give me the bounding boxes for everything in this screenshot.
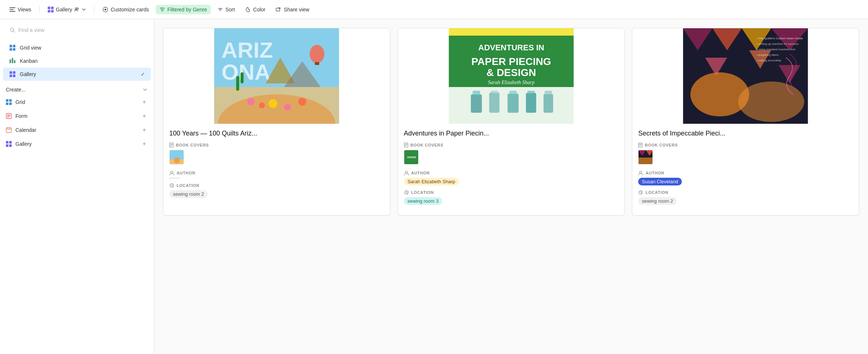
book-cover-thumb-1: PAPER [404,150,419,165]
svg-rect-10 [10,45,12,47]
svg-point-40 [268,99,277,108]
card-title-0: 100 Years — 100 Quilts Ariz... [169,130,384,137]
card-cover-image-1: ADVENTURES IN PAPER PIECING & DESIGN Sar… [398,28,625,124]
gallery-sidebar-icon [9,71,16,78]
svg-rect-30 [9,144,12,147]
toolbar-divider-2 [94,6,94,13]
svg-rect-16 [14,60,15,63]
create-label: Create... [6,87,26,93]
svg-point-38 [247,98,254,105]
svg-rect-53 [449,28,574,36]
card-title-1: Adventures in Paper Piecin... [404,130,619,137]
create-calendar-label: Calendar [15,127,36,133]
gallery-label: Gallery [56,7,72,12]
create-calendar-plus[interactable]: + [141,126,148,134]
svg-rect-18 [13,71,15,74]
svg-rect-94 [639,158,653,165]
location-field-2: LOCATION sewing room 2 [638,190,853,205]
svg-rect-14 [10,59,11,63]
svg-rect-60 [471,94,482,113]
svg-rect-28 [9,141,12,144]
color-button[interactable]: Color [242,5,269,14]
gallery-card-2[interactable]: • The Quilter's Custom Seam Guide • sett… [632,28,859,216]
kanban-icon [9,57,16,65]
create-grid-label: Grid [15,99,25,105]
svg-rect-27 [6,141,8,144]
svg-rect-64 [507,94,518,113]
svg-rect-11 [13,45,15,47]
color-label: Color [253,7,265,12]
filter-label: Filtered by Genre [167,7,207,12]
sidebar-search: Find a view [6,25,148,35]
svg-point-73 [405,171,408,173]
book-covers-label-1: BOOK COVERS [404,142,619,148]
customize-cards-button[interactable]: Customize cards [99,5,152,14]
gallery-card-0[interactable]: ARIZ ONA [163,28,390,216]
customize-label: Customize cards [111,7,149,12]
create-calendar-item[interactable]: Calendar + [0,123,154,137]
book-covers-label-text-0: BOOK COVERS [176,143,209,147]
create-gallery2-item[interactable]: Gallery + [0,137,154,151]
svg-rect-26 [6,128,11,133]
svg-text:ADVENTURES IN: ADVENTURES IN [478,43,544,52]
create-form-item[interactable]: Form + [0,109,154,123]
svg-rect-69 [545,91,552,95]
location-tag-2: sewing room 2 [638,197,677,205]
card-body-1: Adventures in Paper Piecin... BOOK COVER… [398,124,625,215]
location-label-0: LOCATION [169,183,384,188]
active-checkmark: ✓ [141,71,145,77]
gallery-view-button[interactable]: Gallery [44,5,90,14]
author-icon-2 [638,170,643,176]
main-layout: Find a view Grid view Kanban Gallery ✓ C… [0,19,868,354]
location-tag-0: sewing room 2 [169,190,208,198]
toolbar-divider [39,6,40,13]
svg-point-50 [174,158,180,163]
svg-text:& DESIGN: & DESIGN [486,67,536,78]
chevron-down-create-icon[interactable] [142,87,148,93]
svg-point-7 [105,8,106,10]
gallery-card-1[interactable]: ADVENTURES IN PAPER PIECING & DESIGN Sar… [398,28,625,216]
document-icon-0 [169,142,174,148]
customize-icon [102,7,108,12]
card-body-0: 100 Years — 100 Quilts Ariz... BOOK COVE… [163,124,390,208]
location-label-text-2: LOCATION [645,190,668,195]
svg-rect-24 [9,102,12,105]
sort-icon [217,7,223,12]
filter-icon [159,7,165,12]
gallery-area: ARIZ ONA [154,19,868,354]
svg-text:• preparing fabric: • preparing fabric [757,53,779,57]
location-field-0: LOCATION sewing room 2 [169,183,384,198]
filter-button[interactable]: Filtered by Genre [156,5,211,14]
book-covers-label-2: BOOK COVERS [638,142,853,148]
svg-text:ARIZ: ARIZ [221,38,273,62]
location-label-text-1: LOCATION [411,190,434,195]
views-button[interactable]: Views [6,5,35,14]
sidebar-item-gallery[interactable]: Gallery ✓ [3,68,151,81]
share-view-button[interactable]: Share view [272,5,313,14]
svg-point-39 [259,102,265,108]
sidebar-item-grid[interactable]: Grid view [3,41,151,54]
svg-rect-61 [473,91,480,95]
create-gallery2-plus[interactable]: + [141,140,148,148]
people-icon [74,7,79,12]
sort-label: Sort [225,7,235,12]
grid-view-icon [9,44,16,51]
create-form-plus[interactable]: + [141,112,148,120]
create-items: Grid + Form + Calendar + Gallery + [0,95,154,151]
create-grid-item[interactable]: Grid + [0,95,154,109]
svg-text:Sarah Elizabeth Sharp: Sarah Elizabeth Sharp [488,80,535,85]
author-field-1: AUTHOR Sarah Elizabeth Sharp [404,170,619,185]
create-grid-plus[interactable]: + [141,98,148,106]
author-empty-0 [169,178,180,178]
book-covers-field-0: BOOK COVERS [169,142,384,166]
sidebar-item-kanban[interactable]: Kanban [3,54,151,68]
author-label-2: AUTHOR [638,170,853,176]
svg-text:ONA: ONA [221,60,270,84]
svg-rect-67 [527,91,535,94]
author-label-text-0: AUTHOR [177,171,195,175]
author-label-0: AUTHOR [169,170,384,176]
sort-button[interactable]: Sort [214,5,239,14]
author-field-0: AUTHOR [169,170,384,178]
location-label-1: LOCATION [404,190,619,195]
svg-rect-66 [526,93,536,113]
